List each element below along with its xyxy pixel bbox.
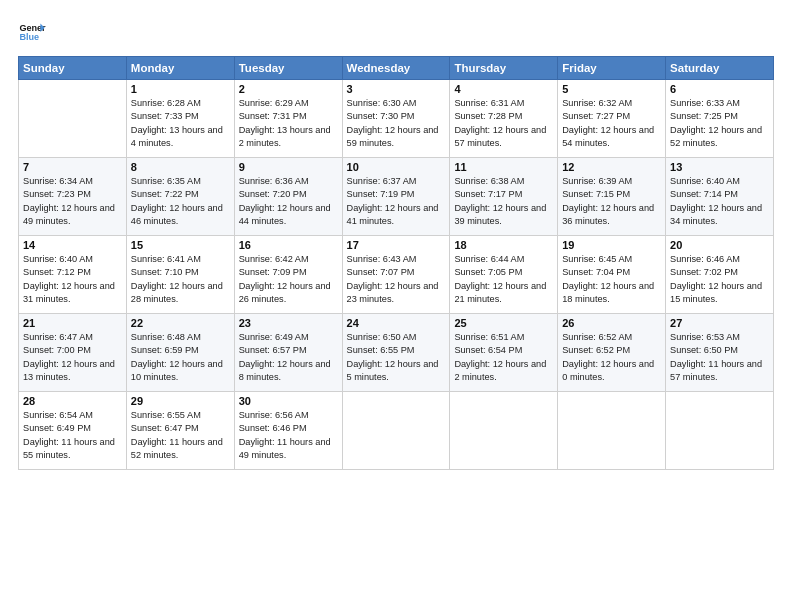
- day-info: Sunrise: 6:56 AMSunset: 6:46 PMDaylight:…: [239, 409, 338, 462]
- week-row-3: 14Sunrise: 6:40 AMSunset: 7:12 PMDayligh…: [19, 236, 774, 314]
- calendar-cell: 16Sunrise: 6:42 AMSunset: 7:09 PMDayligh…: [234, 236, 342, 314]
- day-number: 16: [239, 239, 338, 251]
- day-number: 5: [562, 83, 661, 95]
- sunset: Sunset: 7:00 PM: [23, 345, 91, 355]
- daylight: Daylight: 12 hours and 49 minutes.: [23, 203, 115, 226]
- daylight: Daylight: 12 hours and 41 minutes.: [347, 203, 439, 226]
- calendar-cell: 7Sunrise: 6:34 AMSunset: 7:23 PMDaylight…: [19, 158, 127, 236]
- daylight: Daylight: 12 hours and 8 minutes.: [239, 359, 331, 382]
- calendar-cell: 3Sunrise: 6:30 AMSunset: 7:30 PMDaylight…: [342, 80, 450, 158]
- sunset: Sunset: 7:19 PM: [347, 189, 415, 199]
- sunrise: Sunrise: 6:29 AM: [239, 98, 309, 108]
- daylight: Daylight: 11 hours and 52 minutes.: [131, 437, 223, 460]
- day-info: Sunrise: 6:36 AMSunset: 7:20 PMDaylight:…: [239, 175, 338, 228]
- calendar-cell: 27Sunrise: 6:53 AMSunset: 6:50 PMDayligh…: [666, 314, 774, 392]
- day-info: Sunrise: 6:50 AMSunset: 6:55 PMDaylight:…: [347, 331, 446, 384]
- sunrise: Sunrise: 6:40 AM: [23, 254, 93, 264]
- daylight: Daylight: 12 hours and 5 minutes.: [347, 359, 439, 382]
- daylight: Daylight: 12 hours and 54 minutes.: [562, 125, 654, 148]
- day-number: 20: [670, 239, 769, 251]
- day-number: 22: [131, 317, 230, 329]
- calendar-cell: 1Sunrise: 6:28 AMSunset: 7:33 PMDaylight…: [126, 80, 234, 158]
- col-header-sunday: Sunday: [19, 57, 127, 80]
- day-number: 14: [23, 239, 122, 251]
- sunrise: Sunrise: 6:34 AM: [23, 176, 93, 186]
- sunset: Sunset: 7:31 PM: [239, 111, 307, 121]
- day-info: Sunrise: 6:51 AMSunset: 6:54 PMDaylight:…: [454, 331, 553, 384]
- daylight: Daylight: 12 hours and 0 minutes.: [562, 359, 654, 382]
- col-header-thursday: Thursday: [450, 57, 558, 80]
- day-info: Sunrise: 6:40 AMSunset: 7:12 PMDaylight:…: [23, 253, 122, 306]
- calendar-cell: 2Sunrise: 6:29 AMSunset: 7:31 PMDaylight…: [234, 80, 342, 158]
- sunrise: Sunrise: 6:30 AM: [347, 98, 417, 108]
- calendar-cell: 23Sunrise: 6:49 AMSunset: 6:57 PMDayligh…: [234, 314, 342, 392]
- daylight: Daylight: 12 hours and 57 minutes.: [454, 125, 546, 148]
- sunset: Sunset: 7:10 PM: [131, 267, 199, 277]
- sunrise: Sunrise: 6:51 AM: [454, 332, 524, 342]
- sunrise: Sunrise: 6:35 AM: [131, 176, 201, 186]
- calendar-cell: [558, 392, 666, 470]
- sunset: Sunset: 6:49 PM: [23, 423, 91, 433]
- calendar-cell: 21Sunrise: 6:47 AMSunset: 7:00 PMDayligh…: [19, 314, 127, 392]
- calendar-cell: 20Sunrise: 6:46 AMSunset: 7:02 PMDayligh…: [666, 236, 774, 314]
- calendar-cell: [666, 392, 774, 470]
- day-info: Sunrise: 6:44 AMSunset: 7:05 PMDaylight:…: [454, 253, 553, 306]
- daylight: Daylight: 12 hours and 18 minutes.: [562, 281, 654, 304]
- day-number: 30: [239, 395, 338, 407]
- daylight: Daylight: 12 hours and 46 minutes.: [131, 203, 223, 226]
- day-info: Sunrise: 6:46 AMSunset: 7:02 PMDaylight:…: [670, 253, 769, 306]
- week-row-1: 1Sunrise: 6:28 AMSunset: 7:33 PMDaylight…: [19, 80, 774, 158]
- sunset: Sunset: 6:57 PM: [239, 345, 307, 355]
- sunrise: Sunrise: 6:44 AM: [454, 254, 524, 264]
- day-info: Sunrise: 6:43 AMSunset: 7:07 PMDaylight:…: [347, 253, 446, 306]
- sunset: Sunset: 6:55 PM: [347, 345, 415, 355]
- sunrise: Sunrise: 6:56 AM: [239, 410, 309, 420]
- day-number: 24: [347, 317, 446, 329]
- logo: General Blue: [18, 18, 46, 46]
- day-number: 2: [239, 83, 338, 95]
- daylight: Daylight: 13 hours and 2 minutes.: [239, 125, 331, 148]
- sunset: Sunset: 7:20 PM: [239, 189, 307, 199]
- sunset: Sunset: 7:17 PM: [454, 189, 522, 199]
- sunset: Sunset: 7:22 PM: [131, 189, 199, 199]
- daylight: Daylight: 12 hours and 59 minutes.: [347, 125, 439, 148]
- day-info: Sunrise: 6:33 AMSunset: 7:25 PMDaylight:…: [670, 97, 769, 150]
- week-row-5: 28Sunrise: 6:54 AMSunset: 6:49 PMDayligh…: [19, 392, 774, 470]
- sunset: Sunset: 7:07 PM: [347, 267, 415, 277]
- page: General Blue SundayMondayTuesdayWednesda…: [0, 0, 792, 612]
- day-info: Sunrise: 6:55 AMSunset: 6:47 PMDaylight:…: [131, 409, 230, 462]
- daylight: Daylight: 12 hours and 44 minutes.: [239, 203, 331, 226]
- day-number: 27: [670, 317, 769, 329]
- daylight: Daylight: 12 hours and 26 minutes.: [239, 281, 331, 304]
- day-number: 4: [454, 83, 553, 95]
- sunset: Sunset: 6:47 PM: [131, 423, 199, 433]
- day-number: 23: [239, 317, 338, 329]
- day-info: Sunrise: 6:47 AMSunset: 7:00 PMDaylight:…: [23, 331, 122, 384]
- calendar-cell: 4Sunrise: 6:31 AMSunset: 7:28 PMDaylight…: [450, 80, 558, 158]
- day-number: 3: [347, 83, 446, 95]
- week-row-2: 7Sunrise: 6:34 AMSunset: 7:23 PMDaylight…: [19, 158, 774, 236]
- day-number: 15: [131, 239, 230, 251]
- calendar-cell: 9Sunrise: 6:36 AMSunset: 7:20 PMDaylight…: [234, 158, 342, 236]
- sunset: Sunset: 6:50 PM: [670, 345, 738, 355]
- calendar-cell: 6Sunrise: 6:33 AMSunset: 7:25 PMDaylight…: [666, 80, 774, 158]
- sunrise: Sunrise: 6:36 AM: [239, 176, 309, 186]
- calendar-table: SundayMondayTuesdayWednesdayThursdayFrid…: [18, 56, 774, 470]
- col-header-monday: Monday: [126, 57, 234, 80]
- day-number: 19: [562, 239, 661, 251]
- sunset: Sunset: 7:05 PM: [454, 267, 522, 277]
- sunset: Sunset: 6:46 PM: [239, 423, 307, 433]
- day-info: Sunrise: 6:37 AMSunset: 7:19 PMDaylight:…: [347, 175, 446, 228]
- daylight: Daylight: 12 hours and 52 minutes.: [670, 125, 762, 148]
- day-info: Sunrise: 6:42 AMSunset: 7:09 PMDaylight:…: [239, 253, 338, 306]
- daylight: Daylight: 13 hours and 4 minutes.: [131, 125, 223, 148]
- sunset: Sunset: 7:23 PM: [23, 189, 91, 199]
- day-number: 11: [454, 161, 553, 173]
- daylight: Daylight: 12 hours and 39 minutes.: [454, 203, 546, 226]
- day-info: Sunrise: 6:41 AMSunset: 7:10 PMDaylight:…: [131, 253, 230, 306]
- svg-text:Blue: Blue: [19, 32, 39, 42]
- calendar-cell: 24Sunrise: 6:50 AMSunset: 6:55 PMDayligh…: [342, 314, 450, 392]
- sunrise: Sunrise: 6:41 AM: [131, 254, 201, 264]
- sunrise: Sunrise: 6:46 AM: [670, 254, 740, 264]
- sunrise: Sunrise: 6:55 AM: [131, 410, 201, 420]
